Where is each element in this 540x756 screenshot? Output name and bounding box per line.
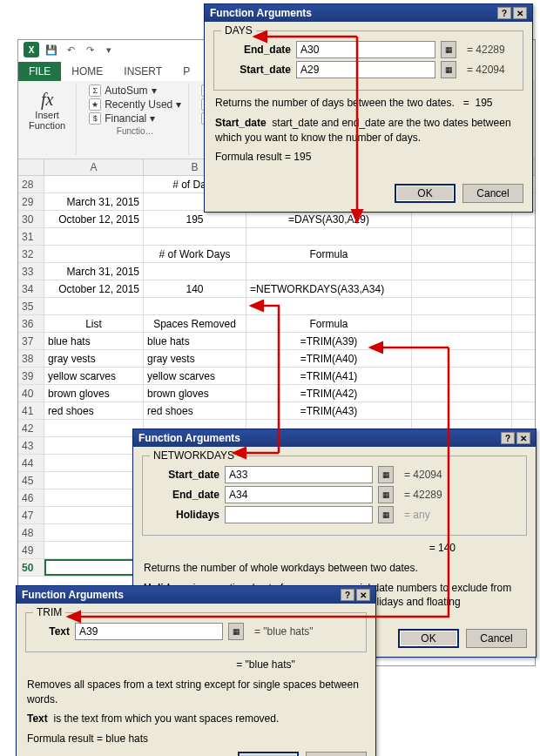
- cell-b31[interactable]: [144, 228, 246, 245]
- cell-b41[interactable]: red shoes: [144, 402, 246, 419]
- cell-d39[interactable]: [412, 368, 512, 384]
- cell-a28[interactable]: [44, 176, 144, 192]
- cell-c30[interactable]: =DAYS(A30,A29): [246, 211, 412, 227]
- cell-c41[interactable]: =TRIM(A43): [246, 402, 412, 419]
- row-header[interactable]: 45: [18, 472, 44, 489]
- net-cancel-button[interactable]: Cancel: [466, 629, 527, 648]
- row-header[interactable]: 31: [18, 228, 44, 245]
- cell-a32[interactable]: [44, 246, 144, 262]
- row-header[interactable]: 43: [18, 437, 44, 454]
- days-ok-button[interactable]: OK: [395, 184, 456, 203]
- cell-d30[interactable]: [412, 211, 512, 227]
- close-icon[interactable]: ✕: [513, 7, 527, 19]
- row-header[interactable]: 28: [18, 176, 44, 192]
- cell-a31[interactable]: [44, 228, 144, 245]
- grid-row[interactable]: 34October 12, 2015140=NETWORKDAYS(A33,A3…: [18, 280, 535, 298]
- dialog-trim-titlebar[interactable]: Function Arguments ?✕: [17, 586, 375, 604]
- cell-c31[interactable]: [246, 228, 412, 245]
- cell-b32[interactable]: # of Work Days: [144, 246, 246, 262]
- row-header[interactable]: 48: [18, 524, 44, 541]
- trim-ok-button[interactable]: OK: [238, 752, 299, 756]
- trim-text-input[interactable]: [75, 623, 223, 640]
- grid-row[interactable]: 31: [18, 228, 535, 246]
- cell-b37[interactable]: blue hats: [144, 333, 246, 349]
- cell-b33[interactable]: [144, 263, 246, 280]
- cell-a47[interactable]: [44, 507, 144, 523]
- help-icon[interactable]: ?: [341, 589, 354, 601]
- cell-c35[interactable]: [246, 298, 412, 314]
- grid-row[interactable]: 30October 12, 2015195=DAYS(A30,A29): [18, 211, 535, 228]
- net-end-input[interactable]: [225, 486, 373, 503]
- row-header[interactable]: 34: [18, 280, 44, 297]
- cell-c36[interactable]: Formula: [246, 315, 412, 332]
- cell-a35[interactable]: [44, 298, 144, 314]
- net-start-refedit-icon[interactable]: ▦: [378, 466, 394, 483]
- cell-d34[interactable]: [412, 280, 512, 297]
- net-ok-button[interactable]: OK: [398, 629, 459, 648]
- cell-a44[interactable]: [44, 455, 144, 471]
- cell-b30[interactable]: 195: [144, 211, 246, 227]
- cell-d35[interactable]: [412, 298, 512, 314]
- close-icon[interactable]: ✕: [516, 432, 530, 444]
- row-header[interactable]: 36: [18, 315, 44, 332]
- net-holidays-input[interactable]: [225, 506, 373, 523]
- financial-button[interactable]: $Financial ▾: [89, 112, 181, 125]
- cell-a29[interactable]: March 31, 2015: [44, 193, 144, 210]
- cell-b36[interactable]: Spaces Removed: [144, 315, 246, 332]
- row-header[interactable]: 44: [18, 455, 44, 471]
- row-header[interactable]: 46: [18, 489, 44, 506]
- select-all[interactable]: [18, 159, 44, 175]
- cell-a46[interactable]: [44, 489, 144, 506]
- cell-a41[interactable]: red shoes: [44, 402, 144, 419]
- cell-b38[interactable]: gray vests: [144, 350, 246, 367]
- grid-row[interactable]: 38gray vestsgray vests=TRIM(A40): [18, 350, 535, 368]
- cell-c38[interactable]: =TRIM(A40): [246, 350, 412, 367]
- dialog-net-titlebar[interactable]: Function Arguments ?✕: [133, 429, 536, 447]
- cell-a42[interactable]: [44, 420, 144, 436]
- grid-row[interactable]: 39yellow scarvesyellow scarves=TRIM(A41): [18, 368, 535, 385]
- row-header[interactable]: 40: [18, 385, 44, 402]
- tab-insert[interactable]: INSERT: [113, 62, 172, 81]
- net-start-input[interactable]: [225, 466, 373, 483]
- row-header[interactable]: 50: [18, 559, 44, 576]
- redo-icon[interactable]: ↷: [83, 43, 97, 57]
- insert-function-button[interactable]: fx Insert Function: [25, 84, 69, 136]
- row-header[interactable]: 41: [18, 402, 44, 419]
- grid-row[interactable]: 41 red shoesred shoes=TRIM(A43): [18, 402, 535, 420]
- cell-a43[interactable]: [44, 437, 144, 454]
- help-icon[interactable]: ?: [497, 7, 511, 19]
- row-header[interactable]: 47: [18, 507, 44, 523]
- row-header[interactable]: 33: [18, 263, 44, 280]
- cell-d41[interactable]: [412, 402, 512, 419]
- close-icon[interactable]: ✕: [356, 589, 370, 601]
- net-holidays-refedit-icon[interactable]: ▦: [378, 506, 394, 523]
- grid-row[interactable]: 35: [18, 298, 535, 315]
- cell-d38[interactable]: [412, 350, 512, 367]
- cell-b35[interactable]: [144, 298, 246, 314]
- row-header[interactable]: 38: [18, 350, 44, 367]
- cell-a36[interactable]: List: [44, 315, 144, 332]
- cell-a37[interactable]: blue hats: [44, 333, 144, 349]
- cell-d32[interactable]: [412, 246, 512, 262]
- recent-button[interactable]: ★Recently Used ▾: [89, 98, 181, 111]
- row-header[interactable]: 32: [18, 246, 44, 262]
- tab-file[interactable]: FILE: [18, 62, 61, 81]
- cell-a50[interactable]: [44, 559, 144, 576]
- cell-a40[interactable]: brown gloves: [44, 385, 144, 402]
- cell-a33[interactable]: March 31, 2015: [44, 263, 144, 280]
- trim-text-refedit-icon[interactable]: ▦: [228, 623, 244, 640]
- cell-a45[interactable]: [44, 472, 144, 489]
- end-date-refedit-icon[interactable]: ▦: [441, 41, 456, 58]
- cell-a48[interactable]: [44, 524, 144, 541]
- cell-c33[interactable]: [246, 263, 412, 280]
- row-header[interactable]: 39: [18, 368, 44, 384]
- cell-a34[interactable]: October 12, 2015: [44, 280, 144, 297]
- cell-c32[interactable]: Formula: [246, 246, 412, 262]
- trim-cancel-button[interactable]: Cancel: [306, 752, 367, 756]
- save-icon[interactable]: 💾: [44, 43, 58, 57]
- cell-c39[interactable]: =TRIM(A41): [246, 368, 412, 384]
- cell-b39[interactable]: yellow scarves: [144, 368, 246, 384]
- grid-row[interactable]: 32# of Work DaysFormula: [18, 246, 535, 263]
- cell-c37[interactable]: =TRIM(A39): [246, 333, 412, 349]
- row-header[interactable]: 42: [18, 420, 44, 436]
